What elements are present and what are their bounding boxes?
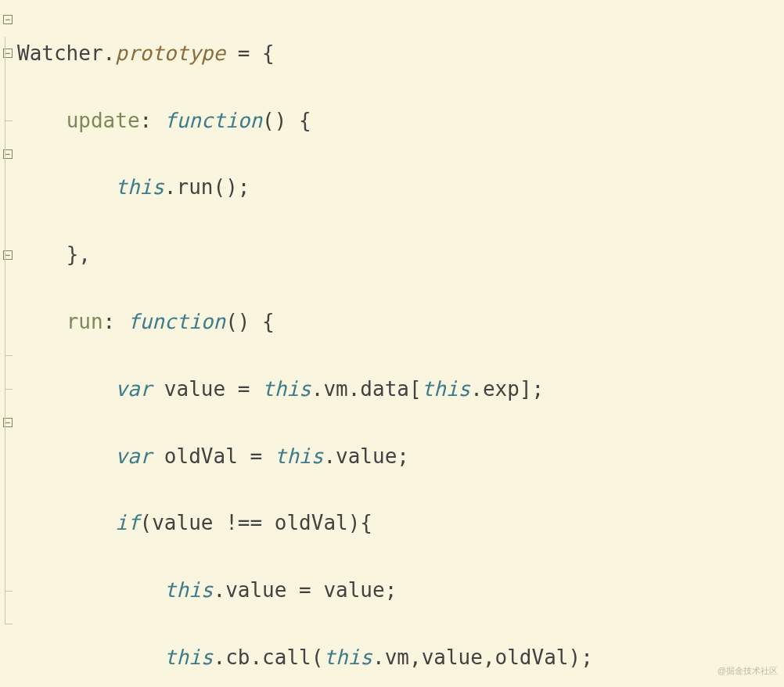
fold-gutter: − − − − − [0, 3, 16, 641]
code-line: update: function() { [17, 104, 784, 138]
watermark: @掘金技术社区 [717, 664, 778, 678]
code-line: if(value !== oldVal){ [17, 506, 784, 540]
code-line: this.value = value; [17, 574, 784, 607]
fold-icon[interactable]: − [3, 15, 13, 24]
code-line: var oldVal = this.value; [17, 440, 784, 473]
code-line: this.cb.call(this.vm,value,oldVal); [17, 641, 784, 674]
code-editor: − − − − − Watcher.prototype = { update: … [0, 0, 784, 687]
code-block: Watcher.prototype = { update: function()… [17, 3, 784, 687]
code-line: this.run(); [17, 171, 784, 204]
code-line: run: function() { [17, 305, 784, 339]
code-line: Watcher.prototype = { [17, 37, 784, 70]
code-line: var value = this.vm.data[this.exp]; [17, 372, 784, 406]
code-line: }, [17, 238, 784, 272]
